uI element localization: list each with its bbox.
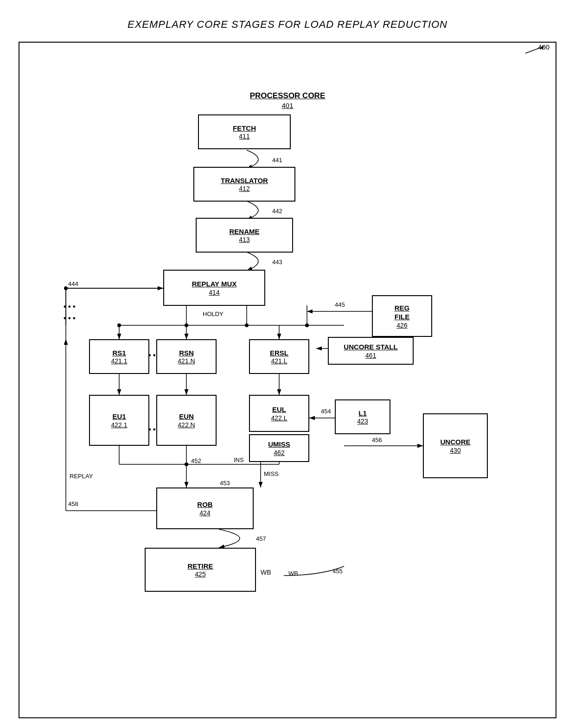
umiss-box: UMISS 462 <box>249 434 309 462</box>
translator-box: TRANSLATOR 412 <box>193 167 295 202</box>
rsn-num: 421.N <box>178 357 195 365</box>
svg-text:453: 453 <box>220 480 230 487</box>
retire-box: RETIRE 425 <box>145 548 256 592</box>
rob-label: ROB <box>197 500 212 509</box>
svg-point-15 <box>305 323 309 327</box>
rob-num: 424 <box>199 509 210 517</box>
svg-text:458: 458 <box>68 500 78 507</box>
svg-text:444: 444 <box>68 280 78 287</box>
rs1-box: RS1 421.1 <box>89 339 149 374</box>
svg-text:REPLAY: REPLAY <box>70 473 93 480</box>
svg-point-14 <box>245 323 249 327</box>
l1-num: 423 <box>357 418 368 425</box>
svg-text:442: 442 <box>272 208 282 215</box>
svg-text:HOLDY: HOLDY <box>203 310 224 317</box>
reg-file-label: REG FILE <box>395 304 410 322</box>
ersl-label: ERSL <box>270 348 288 358</box>
translator-label: TRANSLATOR <box>221 176 268 185</box>
l1-box: L1 423 <box>335 399 390 434</box>
svg-text:454: 454 <box>321 408 331 415</box>
fetch-box: FETCH 411 <box>198 114 291 149</box>
main-title: EXEMPLARY CORE STAGES FOR LOAD REPLAY RE… <box>0 0 575 31</box>
replay-mux-label: REPLAY MUX <box>192 279 237 289</box>
svg-text:457: 457 <box>256 535 266 542</box>
svg-text:443: 443 <box>272 259 282 266</box>
svg-text:445: 445 <box>335 301 345 308</box>
eu1-box: EU1 422.1 <box>89 395 149 446</box>
processor-core-num: 401 <box>19 101 556 109</box>
uncore-stall-box: UNCORE STALL 461 <box>328 337 414 365</box>
rsn-box: RSN 421.N <box>156 339 217 374</box>
replay-mux-num: 414 <box>209 289 219 296</box>
page: EXEMPLARY CORE STAGES FOR LOAD REPLAY RE… <box>0 0 575 728</box>
replay-mux-box: REPLAY MUX 414 <box>163 270 265 306</box>
eun-label: EUN <box>179 412 194 421</box>
umiss-num: 462 <box>274 449 284 456</box>
uncore-stall-label: UNCORE STALL <box>344 342 397 352</box>
eu1-num: 422.1 <box>111 421 127 429</box>
eu1-label: EU1 <box>112 412 126 421</box>
l1-label: L1 <box>358 409 367 418</box>
reg-file-num: 426 <box>396 322 407 329</box>
ersl-num: 421.L <box>271 357 287 365</box>
uncore-stall-num: 461 <box>365 352 376 359</box>
svg-text:441: 441 <box>272 157 282 164</box>
svg-text:WB: WB <box>288 570 298 577</box>
ersl-box: ERSL 421.L <box>249 339 309 374</box>
svg-point-24 <box>117 323 121 327</box>
svg-text:MISS: MISS <box>264 470 279 477</box>
translator-num: 412 <box>239 185 249 192</box>
eul-box: EUL 422.L <box>249 395 309 432</box>
diagram-container: 441 442 443 451.1 451.N <box>19 42 556 718</box>
rename-box: RENAME 413 <box>196 218 293 253</box>
rename-label: RENAME <box>229 227 259 236</box>
svg-text:• • •: • • • <box>64 314 76 322</box>
uncore-num: 430 <box>450 447 460 454</box>
fetch-label: FETCH <box>233 124 256 133</box>
eul-num: 422.L <box>271 414 287 422</box>
svg-text:455: 455 <box>332 568 343 575</box>
rsn-label: RSN <box>179 348 194 358</box>
retire-num: 425 <box>195 570 205 578</box>
retire-label: RETIRE <box>187 562 213 571</box>
rob-box: ROB 424 <box>156 487 254 529</box>
svg-text:452: 452 <box>191 457 201 464</box>
uncore-box: UNCORE 430 <box>423 413 488 478</box>
rename-num: 413 <box>239 236 249 243</box>
rs1-num: 421.1 <box>111 357 127 365</box>
processor-core-label: PROCESSOR CORE <box>19 91 556 101</box>
fetch-num: 411 <box>239 133 249 140</box>
rs1-label: RS1 <box>112 348 126 358</box>
reg-file-box: REG FILE 426 <box>372 295 432 337</box>
eul-label: EUL <box>272 405 286 414</box>
eun-num: 422.N <box>178 421 195 429</box>
wb-label: WB <box>261 569 271 576</box>
svg-text:INS: INS <box>234 456 244 463</box>
umiss-label: UMISS <box>268 440 290 449</box>
eun-box: EUN 422.N <box>156 395 217 446</box>
svg-text:• • •: • • • <box>64 303 76 310</box>
svg-text:456: 456 <box>372 437 382 443</box>
uncore-label: UNCORE <box>440 437 470 447</box>
